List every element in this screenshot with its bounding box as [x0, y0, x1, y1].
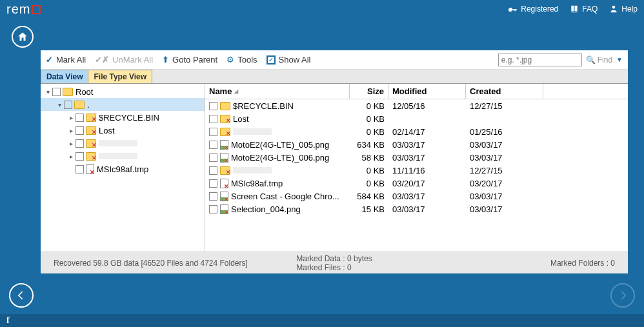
list-row[interactable]: MotoE2(4G-LTE)_006.png58 KB03/03/1703/03…: [205, 151, 628, 164]
folder-deleted-icon: [220, 166, 230, 175]
file-modified: 03/03/17: [388, 204, 466, 214]
checkbox[interactable]: [52, 88, 61, 96]
svg-point-0: [612, 6, 616, 9]
main-panel: ✓ Mark All ✓✗ UnMark All ⬆ Goto Parent ⚙…: [41, 50, 628, 273]
unmark-all-label: UnMark All: [112, 55, 153, 64]
checkbox[interactable]: [75, 165, 84, 173]
faq-button[interactable]: FAQ: [570, 5, 598, 14]
list-header: Name◢ Size Modified Created: [205, 84, 628, 99]
help-label: Help: [621, 5, 638, 14]
tree-item[interactable]: ▸: [41, 150, 205, 163]
goto-parent-button[interactable]: ⬆ Goto Parent: [162, 55, 217, 64]
checkbox[interactable]: [209, 179, 217, 188]
magnifier-icon: 🔍: [586, 55, 596, 64]
file-modified: 03/20/17: [388, 179, 466, 188]
checkbox[interactable]: [75, 126, 84, 135]
expand-toggle[interactable]: ▾: [55, 101, 64, 108]
tab-file-type-view[interactable]: File Type View: [88, 70, 152, 83]
search-input[interactable]: [498, 54, 582, 66]
arrow-left-icon: [15, 289, 28, 302]
file-created: 01/25/16: [466, 127, 543, 137]
back-button[interactable]: [9, 283, 34, 308]
search-dropdown-button[interactable]: ▼: [616, 56, 623, 63]
list-row[interactable]: MSIc98af.tmp0 KB03/20/1703/20/17: [205, 177, 628, 190]
tree-item[interactable]: ▸Lost: [41, 124, 205, 137]
folder-deleted-icon: [220, 128, 230, 136]
arrow-right-icon: [616, 289, 629, 302]
tree-item[interactable]: ▾Root: [41, 85, 205, 98]
file-size: 0 KB: [350, 179, 388, 188]
image-file-deleted-icon: [220, 140, 228, 150]
list-row[interactable]: Screen Cast - Google Chro...584 KB03/03/…: [205, 190, 628, 203]
checkbox[interactable]: [209, 154, 217, 162]
file-list[interactable]: Name◢ Size Modified Created $RECYCLE.BIN…: [205, 84, 628, 252]
home-icon: [17, 31, 28, 43]
column-modified[interactable]: Modified: [388, 84, 466, 99]
titlebar: rem Registered FAQ Help: [0, 0, 644, 18]
checkbox[interactable]: [209, 192, 217, 201]
file-size: 0 KB: [350, 127, 388, 137]
expand-toggle[interactable]: ▸: [66, 127, 75, 134]
expand-toggle[interactable]: ▸: [66, 153, 75, 160]
list-row[interactable]: MotoE2(4G-LTE)_005.png634 KB03/03/1703/0…: [205, 138, 628, 151]
view-tabs: Data View File Type View: [41, 70, 628, 84]
file-name: Selection_004.png: [231, 204, 301, 214]
checkbox-icon: ✓: [267, 55, 276, 64]
show-all-button[interactable]: ✓ Show All: [267, 55, 311, 64]
file-modified: 03/03/17: [388, 153, 466, 163]
expand-toggle[interactable]: ▾: [43, 88, 52, 95]
tree-item[interactable]: ▸$RECYCLE.BIN: [41, 111, 205, 124]
checkbox[interactable]: [209, 205, 217, 213]
file-name: MotoE2(4G-LTE)_006.png: [231, 153, 329, 163]
help-button[interactable]: Help: [609, 5, 638, 14]
tree-item[interactable]: ▾.: [41, 98, 205, 111]
facebook-icon[interactable]: f: [6, 315, 10, 326]
file-name: [233, 167, 272, 173]
checkbox[interactable]: [75, 152, 84, 161]
checkbox[interactable]: [64, 101, 72, 109]
folder-tree[interactable]: ▾Root▾.▸$RECYCLE.BIN▸Lost▸▸MSIc98af.tmp: [41, 84, 205, 252]
list-row[interactable]: 0 KB11/11/1612/27/15: [205, 164, 628, 177]
registered-button[interactable]: Registered: [508, 5, 558, 14]
status-marked: Marked Data : 0 bytes Marked Files : 0: [296, 254, 372, 272]
column-created[interactable]: Created: [466, 84, 543, 99]
checkbox[interactable]: [209, 166, 217, 175]
status-marked-data: Marked Data : 0 bytes: [296, 254, 372, 263]
expand-toggle[interactable]: ▸: [66, 114, 75, 121]
folder-icon: [74, 101, 85, 109]
forward-button: [610, 283, 635, 308]
checkbox[interactable]: [75, 139, 84, 148]
unmark-all-button[interactable]: ✓✗ UnMark All: [95, 55, 153, 64]
tools-button[interactable]: ⚙ Tools: [226, 55, 257, 64]
tree-item-label: Root: [75, 87, 93, 97]
file-name: Screen Cast - Google Chro...: [231, 192, 339, 201]
file-created: 03/03/17: [466, 140, 543, 150]
checkbox[interactable]: [209, 115, 217, 123]
tree-item[interactable]: MSIc98af.tmp: [41, 163, 205, 175]
column-name[interactable]: Name◢: [205, 84, 350, 99]
file-name: MSIc98af.tmp: [231, 179, 283, 188]
checkbox[interactable]: [209, 128, 217, 136]
home-button[interactable]: [12, 26, 34, 48]
tree-item[interactable]: ▸: [41, 137, 205, 150]
tree-item-label: MSIc98af.tmp: [97, 164, 148, 174]
expand-toggle[interactable]: ▸: [66, 140, 75, 147]
checkbox[interactable]: [209, 141, 217, 149]
tree-item-label: $RECYCLE.BIN: [99, 113, 159, 123]
mark-all-button[interactable]: ✓ Mark All: [46, 55, 86, 64]
list-row[interactable]: 0 KB02/14/1701/25/16: [205, 125, 628, 138]
list-row[interactable]: Lost0 KB: [205, 112, 628, 125]
list-row[interactable]: Selection_004.png15 KB03/03/1703/03/17: [205, 203, 628, 215]
book-icon: [570, 5, 579, 14]
column-size[interactable]: Size: [350, 84, 388, 99]
folder-deleted-icon: [86, 152, 96, 161]
file-size: 0 KB: [350, 114, 388, 124]
checkbox[interactable]: [75, 114, 84, 122]
find-button[interactable]: 🔍 Find: [586, 55, 612, 64]
folder-deleted-icon: [86, 139, 96, 148]
list-row[interactable]: $RECYCLE.BIN0 KB12/05/1612/27/15: [205, 99, 628, 112]
file-modified: 02/14/17: [388, 127, 466, 137]
tab-data-view[interactable]: Data View: [41, 70, 88, 83]
file-name: MotoE2(4G-LTE)_005.png: [231, 140, 329, 150]
checkbox[interactable]: [209, 102, 217, 110]
